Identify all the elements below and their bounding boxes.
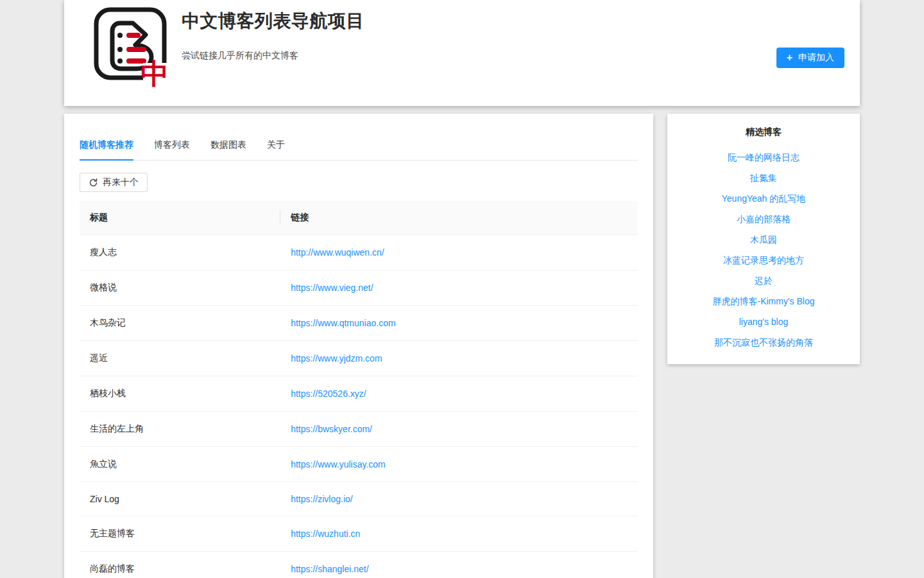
featured-blog-link[interactable]: 冰蓝记录思考的地方 xyxy=(678,250,850,270)
featured-blog-link[interactable]: 小嘉的部落格 xyxy=(678,209,850,229)
featured-blog-link[interactable]: 那不沉寂也不张扬的角落 xyxy=(678,332,850,353)
table-row: 瘦人志 http://www.wuqiwen.cn/ xyxy=(80,235,638,270)
table-row: 遥近 https://www.yjdzm.com xyxy=(80,341,638,376)
tab-1[interactable]: 博客列表 xyxy=(154,132,190,161)
page-container: 中 中文博客列表导航项目 尝试链接几乎所有的中文博客 + 申请加入 随机博客推荐… xyxy=(64,0,860,578)
blog-link[interactable]: http://www.wuqiwen.cn/ xyxy=(291,247,384,258)
featured-blogs-card: 精选博客 阮一峰的网络日志扯氮集YeungYeah 的乱写地小嘉的部落格木瓜园冰… xyxy=(667,114,860,364)
featured-blog-link[interactable]: 胖虎的博客-Kimmy's Blog xyxy=(678,291,850,311)
blog-link[interactable]: https://www.qtmuniao.com xyxy=(291,318,395,328)
app-logo: 中 xyxy=(92,5,167,90)
another-ten-label: 再来十个 xyxy=(103,177,139,188)
blog-title-cell: 无主题博客 xyxy=(80,516,280,552)
featured-blog-link[interactable]: YeungYeah 的乱写地 xyxy=(678,188,850,209)
blog-link[interactable]: https://wuzhuti.cn xyxy=(291,529,360,539)
blog-link[interactable]: https://520526.xyz/ xyxy=(291,389,366,399)
blog-link-cell: https://www.qtmuniao.com xyxy=(280,306,638,341)
table-row: 生活的左上角 https://bwskyer.com/ xyxy=(80,412,638,447)
blog-link-cell: http://www.wuqiwen.cn/ xyxy=(280,235,638,270)
blog-title-cell: 栖枝小栈 xyxy=(80,376,280,412)
featured-blogs-list: 阮一峰的网络日志扯氮集YeungYeah 的乱写地小嘉的部落格木瓜园冰蓝记录思考… xyxy=(678,147,850,353)
content-row: 随机博客推荐博客列表数据图表关于 再来十个 标题 链接 瘦人志 http://w… xyxy=(64,114,860,578)
apply-join-button[interactable]: + 申请加入 xyxy=(776,48,844,68)
blog-link[interactable]: https://www.yulisay.com xyxy=(291,459,386,469)
blog-title-cell: 木鸟杂记 xyxy=(80,306,280,341)
blog-link[interactable]: https://www.vieg.net/ xyxy=(291,283,373,293)
page-subtitle: 尝试链接几乎所有的中文博客 xyxy=(182,50,364,62)
blog-logo-icon: 中 xyxy=(92,5,167,90)
blog-link-cell: https://zivlog.io/ xyxy=(280,482,638,516)
blog-link-cell: https://shanglei.net/ xyxy=(280,552,638,578)
featured-blog-link[interactable]: 扯氮集 xyxy=(678,168,850,188)
blog-link[interactable]: https://www.yjdzm.com xyxy=(291,353,382,363)
blog-link-cell: https://wuzhuti.cn xyxy=(280,516,638,552)
table-row: 尚磊的博客 https://shanglei.net/ xyxy=(80,552,638,578)
blog-link-cell: https://520526.xyz/ xyxy=(280,376,638,412)
page-title: 中文博客列表导航项目 xyxy=(182,9,364,33)
table-row: 栖枝小栈 https://520526.xyz/ xyxy=(80,376,638,412)
table-row: Ziv Log https://zivlog.io/ xyxy=(80,482,638,516)
tab-0[interactable]: 随机博客推荐 xyxy=(80,132,133,161)
table-header-row: 标题 链接 xyxy=(80,201,638,235)
page-header: 中 中文博客列表导航项目 尝试链接几乎所有的中文博客 + 申请加入 xyxy=(64,0,860,106)
blog-link-cell: https://www.yulisay.com xyxy=(280,447,638,482)
featured-blog-link[interactable]: 阮一峰的网络日志 xyxy=(678,147,850,168)
blog-link[interactable]: https://bwskyer.com/ xyxy=(291,424,372,434)
featured-blog-link[interactable]: 迟於 xyxy=(678,270,850,291)
blog-link-cell: https://bwskyer.com/ xyxy=(280,412,638,447)
blog-link[interactable]: https://shanglei.net/ xyxy=(291,564,368,574)
main-card: 随机博客推荐博客列表数据图表关于 再来十个 标题 链接 瘦人志 http://w… xyxy=(64,114,653,578)
tabs: 随机博客推荐博客列表数据图表关于 xyxy=(80,123,638,161)
blog-link-cell: https://www.yjdzm.com xyxy=(280,341,638,376)
blog-title-cell: 魚立说 xyxy=(80,447,280,482)
featured-blog-link[interactable]: liyang's blog xyxy=(678,311,850,332)
blog-title-cell: 遥近 xyxy=(80,341,280,376)
blog-title-cell: 微格说 xyxy=(80,270,280,306)
refresh-icon xyxy=(89,178,98,188)
tab-3[interactable]: 关于 xyxy=(267,132,285,161)
table-row: 无主题博客 https://wuzhuti.cn xyxy=(80,516,638,552)
column-header-link: 链接 xyxy=(280,201,638,235)
table-row: 微格说 https://www.vieg.net/ xyxy=(80,270,638,306)
another-ten-button[interactable]: 再来十个 xyxy=(80,173,148,192)
column-header-title: 标题 xyxy=(80,201,280,235)
blog-table: 标题 链接 瘦人志 http://www.wuqiwen.cn/ 微格说 htt… xyxy=(80,201,638,578)
svg-text:中: 中 xyxy=(141,58,167,89)
blog-title-cell: 尚磊的博客 xyxy=(80,552,280,578)
tab-2[interactable]: 数据图表 xyxy=(210,132,246,161)
table-body: 瘦人志 http://www.wuqiwen.cn/ 微格说 https://w… xyxy=(80,235,638,578)
apply-join-label: 申请加入 xyxy=(798,52,834,64)
blog-link-cell: https://www.vieg.net/ xyxy=(280,270,638,306)
featured-blog-link[interactable]: 木瓜园 xyxy=(678,229,850,250)
plus-icon: + xyxy=(787,53,792,63)
header-text: 中文博客列表导航项目 尝试链接几乎所有的中文博客 xyxy=(182,9,364,62)
blog-link[interactable]: https://zivlog.io/ xyxy=(291,494,353,504)
blog-title-cell: 生活的左上角 xyxy=(80,412,280,447)
blog-title-cell: Ziv Log xyxy=(80,482,280,516)
table-row: 魚立说 https://www.yulisay.com xyxy=(80,447,638,482)
table-row: 木鸟杂记 https://www.qtmuniao.com xyxy=(80,306,638,341)
blog-title-cell: 瘦人志 xyxy=(80,235,280,270)
featured-blogs-title: 精选博客 xyxy=(678,127,850,138)
